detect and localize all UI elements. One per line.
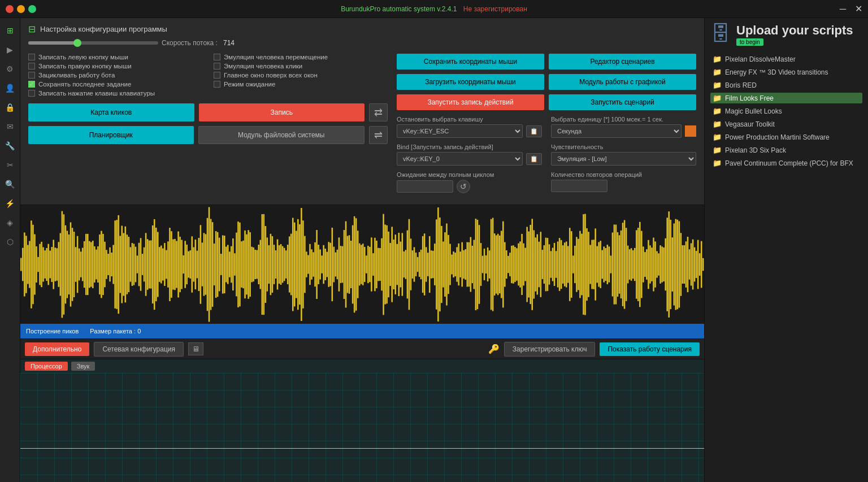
record-button[interactable]: Запись xyxy=(199,103,365,121)
folder-item-8[interactable]: 📁Pavel Continuum Complete (PCC) for BFX xyxy=(710,158,862,168)
key-icon[interactable]: 🔑 xyxy=(488,344,500,354)
titlebar: BurundukPro automatic system v.2.4.1 Не … xyxy=(0,0,868,18)
unit-row: Секунда xyxy=(551,124,696,138)
sidebar-icon-bolt[interactable]: ⚡ xyxy=(2,196,18,211)
checkbox-7[interactable] xyxy=(214,81,220,88)
sensitivity-label: Чувствительность xyxy=(551,144,696,150)
checkbox-3[interactable] xyxy=(214,63,220,70)
repeat-group: Количество повторов операций xyxy=(551,171,696,192)
speed-slider-thumb[interactable] xyxy=(73,39,81,47)
unit-group: Выбрать единицу [*] 1000 мсек.= 1 сек. С… xyxy=(551,116,696,138)
orange-flag[interactable] xyxy=(685,125,696,137)
folder-item-7[interactable]: 📁Pixelan 3D Six Pack xyxy=(710,145,862,155)
show-scenario-button[interactable]: Показать работу сценария xyxy=(600,342,700,356)
monitor-grid xyxy=(20,373,704,482)
stop-label: Остановить выбрать клавишу xyxy=(397,116,542,123)
checkbox-0[interactable] xyxy=(28,54,35,60)
minimize-dot[interactable] xyxy=(17,5,25,13)
monitor-tabs: Процессор Звук xyxy=(20,359,704,373)
folder-name-8: Pavel Continuum Complete (PCC) for BFX xyxy=(725,159,853,167)
load-coords-button[interactable]: Загрузить координаты мыши xyxy=(397,74,544,90)
folder-name-3: Film Looks Free xyxy=(725,94,774,102)
sidebar-icon-user[interactable]: 👤 xyxy=(2,80,18,96)
checkbox-4[interactable] xyxy=(28,72,35,79)
run-scenario-button[interactable]: Запустить сценарий xyxy=(549,94,696,110)
filesystem-button[interactable]: Модуль файловой системы xyxy=(198,126,365,144)
window-controls[interactable]: ─ ✕ xyxy=(840,3,862,14)
checkbox-label-3: Эмуляция человека клики xyxy=(224,63,302,70)
checkbox-label-4: Зацикливать работу бота xyxy=(38,72,115,79)
folder-item-6[interactable]: 📁Power Production Martini Software xyxy=(710,132,862,142)
sidebar-icon-scissors[interactable]: ✂ xyxy=(2,157,18,173)
speed-slider-track[interactable] xyxy=(28,41,158,45)
scheduler-button[interactable]: Планировщик xyxy=(28,126,194,144)
folder-name-0: Pixelan DissolveMaster xyxy=(725,55,796,63)
repeat-label: Количество повторов операций xyxy=(551,171,696,178)
sidebar-icon-search[interactable]: 🔍 xyxy=(2,176,18,192)
checkbox-item-8: Записать нажатие клавиш клавиатуры xyxy=(28,90,202,97)
tab-cpu[interactable]: Процессор xyxy=(25,362,68,371)
graph-button[interactable]: Модуль работы с графикой xyxy=(549,74,696,90)
folder-item-3[interactable]: 📁Film Looks Free xyxy=(710,93,862,103)
folder-item-4[interactable]: 📁Magic Bullet Looks xyxy=(710,106,862,116)
checkbox-6[interactable]: ✓ xyxy=(28,81,35,88)
tab-sound[interactable]: Звук xyxy=(71,362,96,371)
extra-button[interactable]: Дополнительно xyxy=(25,342,89,356)
bind-copy-btn[interactable]: 📋 xyxy=(526,153,542,165)
sidebar-icon-tools[interactable]: 🔧 xyxy=(2,138,18,154)
checkbox-item-4: Зацикливать работу бота xyxy=(28,72,202,79)
folder-item-5[interactable]: 📁Vegasaur Toolkit xyxy=(710,119,862,129)
save-coords-button[interactable]: Сохранить координаты мыши xyxy=(397,54,544,70)
stop-copy-btn[interactable]: 📋 xyxy=(526,125,542,137)
close-button[interactable]: ✕ xyxy=(855,3,862,14)
sidebar-icon-play[interactable]: ▶ xyxy=(2,42,18,58)
bind-key-select[interactable]: vKey::KEY_0 xyxy=(397,152,523,166)
config-title-text: Настройка конфигурации программы xyxy=(40,25,167,33)
connect-icon-btn[interactable]: ⇌ xyxy=(369,126,388,144)
repeat-input[interactable] xyxy=(551,180,607,192)
wait-input[interactable] xyxy=(397,180,453,193)
packet-label: Размер пакета : xyxy=(90,328,136,335)
folder-item-0[interactable]: 📁Pixelan DissolveMaster xyxy=(710,54,862,64)
stop-key-row: vKey::KEY_ESC 📋 xyxy=(397,124,542,138)
wait-group: Ожидание между полным циклом ↺ xyxy=(397,171,542,193)
share-icon-btn[interactable]: ⇄ xyxy=(369,103,388,121)
status-bar: Построение пиков Размер пакета : 0 xyxy=(20,324,704,338)
sidebar-icon-diamond[interactable]: ◈ xyxy=(2,215,18,231)
folder-name-2: Boris RED xyxy=(725,81,757,89)
folder-name-1: Energy FX ™ 3D Video transitions xyxy=(725,68,828,76)
stop-key-select[interactable]: vKey::KEY_ESC xyxy=(397,124,523,138)
sidebar-icon-home[interactable]: ⊞ xyxy=(2,23,18,38)
folder-item-2[interactable]: 📁Boris RED xyxy=(710,80,862,90)
config-inner: Записать левую кнопку мышиЭмуляция челов… xyxy=(28,54,696,199)
folder-icon-8: 📁 xyxy=(713,159,722,167)
sidebar-icon-lock[interactable]: 🔒 xyxy=(2,99,18,115)
checkboxes-grid: Записать левую кнопку мышиЭмуляция челов… xyxy=(28,54,388,97)
sidebar-icon-hex[interactable]: ⬡ xyxy=(2,234,18,250)
click-map-button[interactable]: Карта кликов xyxy=(28,103,194,121)
checkbox-5[interactable] xyxy=(214,72,220,79)
checkbox-item-7: Режим ожидание xyxy=(214,81,388,88)
network-button[interactable]: Сетевая конфигурация xyxy=(94,342,184,357)
close-dot[interactable] xyxy=(6,5,14,13)
network-icon[interactable]: 🖥 xyxy=(188,342,203,355)
upload-subtitle: to begin xyxy=(736,38,763,46)
refresh-btn[interactable]: ↺ xyxy=(457,180,470,193)
checkbox-1[interactable] xyxy=(214,54,220,60)
sensitivity-select[interactable]: Эмуляция - [Low] xyxy=(551,152,696,166)
register-button[interactable]: Зарегистрировать ключ xyxy=(504,342,596,357)
folder-item-1[interactable]: 📁Energy FX ™ 3D Video transitions xyxy=(710,67,862,77)
editor-button[interactable]: Редактор сценариев xyxy=(549,54,696,70)
checkbox-label-2: Записать правую кнопку мыши xyxy=(38,63,132,70)
folder-icon-5: 📁 xyxy=(713,120,722,128)
minimize-button[interactable]: ─ xyxy=(840,4,846,14)
sidebar-icon-mail[interactable]: ✉ xyxy=(2,119,18,134)
folder-icon-6: 📁 xyxy=(713,133,722,141)
checkbox-8[interactable] xyxy=(28,90,35,97)
maximize-dot[interactable] xyxy=(28,5,36,13)
controls-section: Остановить выбрать клавишу vKey::KEY_ESC… xyxy=(397,116,696,199)
sidebar-icon-settings[interactable]: ⚙ xyxy=(2,61,18,77)
record-actions-button[interactable]: Запустить запись действий xyxy=(397,94,544,110)
checkbox-2[interactable] xyxy=(28,63,35,70)
unit-select[interactable]: Секунда xyxy=(551,124,682,138)
